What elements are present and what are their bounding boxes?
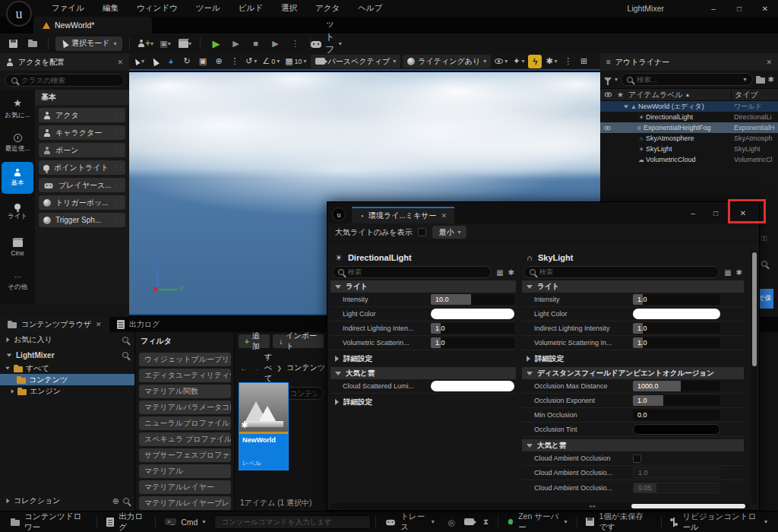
play-options-icon[interactable]: ⋮ (286, 36, 303, 51)
cmd-dropdown[interactable]: >_ Cmd ▾ (160, 514, 210, 530)
advanced-section-header[interactable]: 詳細設定 (522, 353, 744, 365)
select-tool-icon[interactable] (148, 55, 162, 68)
details-search-icon[interactable] (761, 260, 772, 271)
breadcrumb-current[interactable]: コンテンツ (286, 363, 325, 373)
nav-forward-icon[interactable]: → (252, 364, 260, 372)
outliner-row-sky-atmosphere[interactable]: ∩ SkyAtmosphere SkyAtmosph (600, 133, 778, 144)
show-flags-dropdown[interactable]: ▾ (493, 55, 509, 68)
level-tab[interactable]: NewWorld* (33, 17, 152, 33)
menu-tools[interactable]: ツール (187, 0, 229, 17)
cinematics-dropdown[interactable]: ▾ (176, 36, 193, 51)
nav-back-icon[interactable]: ← (240, 364, 248, 372)
surface-snap-dropdown[interactable]: ↻▾ (244, 55, 258, 68)
indirect-lighting-field[interactable]: 1.0 (431, 323, 514, 334)
class-search-input[interactable] (21, 76, 118, 84)
outliner-search-input[interactable] (637, 75, 740, 84)
light-mixer-maximize-button[interactable]: □ (704, 204, 727, 221)
filter-editor-utility[interactable]: エディタユーティリティウ (139, 369, 231, 382)
atmosphere-cloud-section-header[interactable]: 大気と雲 (522, 439, 744, 451)
stop-button[interactable]: ■ (247, 36, 264, 51)
menu-window[interactable]: ウィンドウ (128, 0, 187, 17)
browse-mode-icon[interactable] (24, 36, 41, 51)
type-column-header[interactable]: タイプ (731, 90, 778, 100)
content-browser-tab[interactable]: コンテンツブラウザ ✕ (0, 317, 109, 332)
frame-skip-button[interactable]: ▶ (227, 36, 244, 51)
capture-icon[interactable] (464, 514, 474, 530)
create-folder-icon[interactable] (756, 78, 765, 84)
filter-material-param[interactable]: マテリアルパラメータコレ (139, 401, 231, 414)
volumetric-scattering-field[interactable]: 1.0 (431, 337, 514, 348)
filter-specular-profile[interactable]: スペキュラ プロファイル (139, 432, 231, 446)
display-options-icon[interactable]: ▦ (496, 268, 503, 277)
realtime-toggle-icon[interactable]: ϟ (528, 55, 542, 68)
menu-build[interactable]: ビルド (229, 0, 272, 17)
import-button[interactable]: ↓インポート (273, 334, 324, 348)
pawn-item[interactable]: ポーン⋮⋮ (39, 143, 125, 157)
window-maximize-button[interactable]: □ (726, 0, 752, 17)
project-section[interactable]: LightMixer (0, 347, 134, 363)
filter-material-function[interactable]: マテリアル関数 (139, 385, 231, 398)
project-search-icon[interactable] (122, 352, 128, 358)
vertical-scrollbar[interactable] (751, 251, 757, 504)
menu-actor[interactable]: アクタ (306, 0, 349, 17)
outliner-filter-icon[interactable] (604, 78, 612, 82)
play-button[interactable]: ▶ (207, 36, 224, 51)
breadcrumb-root[interactable]: すべて (264, 352, 272, 384)
favorites-search-icon[interactable] (122, 337, 128, 343)
viewport-settings-dropdown[interactable]: ✱▾ (544, 55, 558, 68)
intensity-field[interactable]: 10.0 (431, 294, 514, 305)
window-close-button[interactable]: ✕ (752, 0, 778, 17)
category-lights[interactable]: ライト (2, 197, 33, 229)
menu-help[interactable]: ヘルプ (349, 0, 391, 17)
place-actors-tab[interactable]: アクタを配置 ✕ (0, 53, 129, 71)
platform-dropdown[interactable]: プラットフォーム ▾ (318, 36, 334, 51)
outliner-row-volumetric-cloud[interactable]: ☁ VolumetricCloud VolumetricCl (600, 154, 778, 165)
show-atmosphere-only-checkbox[interactable] (418, 228, 426, 236)
tree-item-content[interactable]: コンテンツ (0, 374, 134, 385)
outliner-row-world[interactable]: ▲ NewWorld (エディタ) ワールド (600, 101, 778, 112)
light-mixer-tab[interactable]: ◔ 環境ライ...ミキサー ✕ (352, 207, 454, 223)
trigger-sphere-item[interactable]: Trigger Sph...⋮⋮ (39, 213, 125, 227)
filter-material-layer-blend[interactable]: マテリアルレイヤーブレン (139, 496, 231, 510)
light-section-header[interactable]: ライト (330, 280, 516, 293)
place-actors-close-icon[interactable]: ✕ (117, 59, 123, 66)
console-command-input[interactable] (214, 515, 371, 529)
outliner-row-sky-light[interactable]: ☀ SkyLight SkyLight (600, 144, 778, 154)
tree-item-all[interactable]: すべて (0, 363, 134, 374)
min-occlusion-field[interactable]: 0.0 (633, 410, 720, 420)
light-color-swatch[interactable] (633, 309, 720, 319)
outliner-row-directional-light[interactable]: ☀ DirectionalLight DirectionalLi (600, 112, 778, 122)
horizontal-scrollbar-thumb[interactable] (631, 504, 745, 508)
category-cinematic[interactable]: Cine (2, 232, 33, 264)
item-label-column-header[interactable]: アイテムラベル (628, 90, 683, 100)
light-mixer-titlebar[interactable]: u ◔ 環境ライ...ミキサー ✕ – □ ✕ (327, 202, 759, 223)
category-all[interactable]: ⋯ その他 (2, 266, 33, 298)
player-start-item[interactable]: プレイヤース...⋮⋮ (39, 178, 125, 192)
content-browser-close-icon[interactable]: ✕ (96, 321, 102, 328)
light-color-swatch[interactable] (431, 309, 514, 319)
settings-icon[interactable]: ✱ (508, 268, 514, 277)
advanced-section-header-2[interactable]: 詳細設定 (330, 396, 516, 408)
filter-neural-profile[interactable]: ニューラルプロファイル (139, 416, 231, 430)
select-mode-dropdown[interactable]: 選択モード ▾ (55, 36, 122, 51)
output-log-tab[interactable]: 出力ログ (109, 317, 167, 332)
favorites-section[interactable]: お気に入り (0, 332, 134, 347)
light-mixer-tab-close-icon[interactable]: ✕ (441, 212, 448, 220)
settings-icon[interactable]: ✱ (736, 268, 742, 277)
collections-section[interactable]: コレクション ⊕ (0, 493, 135, 508)
scale-tool-icon[interactable]: ▣ (196, 55, 210, 68)
menu-select[interactable]: 選択 (272, 0, 306, 17)
cloud-ambient-occlusion-checkbox[interactable] (633, 454, 641, 463)
rotate-tool-icon[interactable]: ↻ (180, 55, 194, 68)
trigger-box-item[interactable]: トリガーボッ...⋮⋮ (39, 195, 125, 210)
volumetric-scattering-field[interactable]: 1.0 (633, 337, 720, 348)
hourglass-icon[interactable]: ⧗ (479, 514, 493, 530)
menu-file[interactable]: ファイル (43, 0, 93, 17)
light-section-header[interactable]: ライト (522, 280, 744, 293)
filter-material[interactable]: マテリアル (139, 464, 231, 478)
partial-save-button[interactable]: で保 (758, 289, 773, 309)
filter-material-layer[interactable]: マテリアルレイヤー (139, 480, 231, 494)
advanced-section-header[interactable]: 詳細設定 (330, 353, 516, 365)
world-space-icon[interactable]: ⊕ (212, 55, 226, 68)
viewport-options-icon[interactable]: ⋮ (561, 55, 575, 68)
